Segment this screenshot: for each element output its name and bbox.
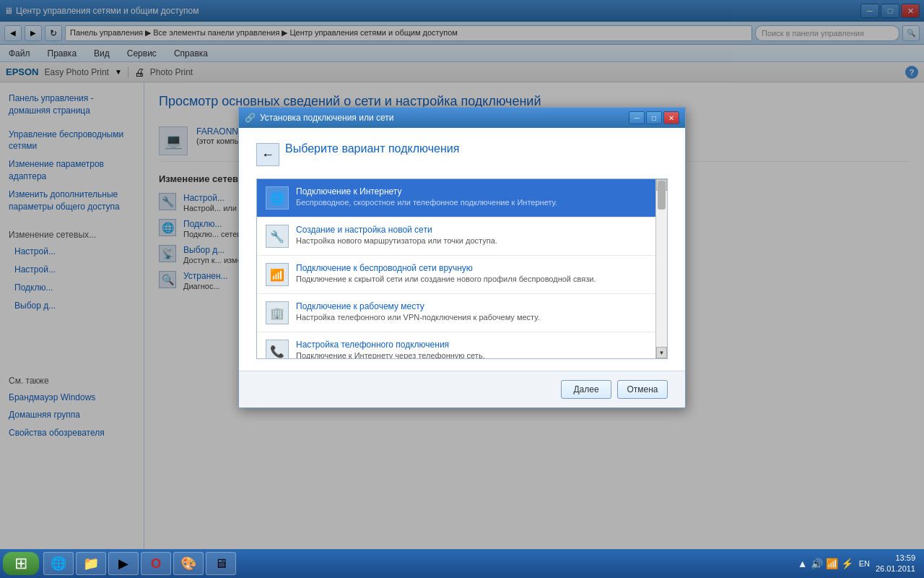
taskbar-app-explorer[interactable]: 📁 <box>76 552 106 575</box>
conn-title-workplace: Подключение к рабочему месту <box>296 301 540 311</box>
conn-title-dialup: Настройка телефонного подключения <box>296 340 485 350</box>
taskbar-app-media[interactable]: ▶ <box>108 552 139 575</box>
next-button[interactable]: Далее <box>561 380 611 399</box>
taskbar-app-ie[interactable]: 🌐 <box>43 552 74 575</box>
scrollbar-thumb[interactable] <box>658 181 666 210</box>
monitor-icon: 🖥 <box>214 556 227 571</box>
conn-info-new-network: Создание и настройка новой сети Настройк… <box>296 225 497 245</box>
media-icon: ▶ <box>118 556 128 571</box>
clock-time: 13:59 <box>876 553 915 564</box>
taskbar: ⊞ 🌐 📁 ▶ O 🎨 🖥 ▲ 🔊 📶 ⚡ EN 13:59 <box>0 549 924 578</box>
conn-icon-wireless-manual: 📶 <box>266 263 289 286</box>
taskbar-app-opera[interactable]: O <box>141 552 171 575</box>
clock-date: 26.01.2011 <box>876 564 915 574</box>
dialog-header-icon: ← <box>256 143 279 166</box>
conn-icon-workplace: 🏢 <box>266 301 289 324</box>
cancel-button[interactable]: Отмена <box>617 380 668 399</box>
dialog-titlebar: 🔗 Установка подключения или сети ─ □ ✕ <box>239 108 685 128</box>
start-icon: ⊞ <box>14 554 27 573</box>
start-button[interactable]: ⊞ <box>3 552 39 575</box>
conn-desc-wireless-manual: Подключение к скрытой сети или создание … <box>296 275 596 283</box>
scrollbar-down[interactable]: ▼ <box>656 347 667 358</box>
dialog-subtitle: Выберите вариант подключения <box>285 142 459 155</box>
dialog-title-text: Установка подключения или сети <box>260 113 393 123</box>
conn-title-wireless-manual: Подключение к беспроводной сети вручную <box>296 263 596 273</box>
opera-icon: O <box>151 556 161 571</box>
conn-info-wireless-manual: Подключение к беспроводной сети вручную … <box>296 263 596 283</box>
conn-item-new-network[interactable]: 🔧 Создание и настройка новой сети Настро… <box>257 217 655 256</box>
conn-title-internet: Подключение к Интернету <box>296 186 557 197</box>
conn-icon-dialup: 📞 <box>266 340 289 359</box>
notification-arrow-icon[interactable]: ▲ <box>798 558 808 569</box>
conn-info-workplace: Подключение к рабочему месту Настройка т… <box>296 301 540 322</box>
conn-item-dialup[interactable]: 📞 Настройка телефонного подключения Подк… <box>257 332 655 359</box>
sys-icons: ▲ 🔊 📶 ⚡ <box>798 558 853 569</box>
conn-item-workplace[interactable]: 🏢 Подключение к рабочему месту Настройка… <box>257 294 655 332</box>
conn-item-wireless-manual[interactable]: 📶 Подключение к беспроводной сети вручну… <box>257 256 655 294</box>
volume-icon[interactable]: 🔊 <box>811 558 823 569</box>
scrollbar-track: ▲ ▼ <box>655 179 667 358</box>
dialog-maximize-button[interactable]: □ <box>646 111 662 124</box>
dialog-overlay: 🔗 Установка подключения или сети ─ □ ✕ ←… <box>0 0 924 578</box>
conn-info-dialup: Настройка телефонного подключения Подклю… <box>296 340 485 359</box>
conn-desc-new-network: Настройка нового маршрутизатора или точк… <box>296 236 497 245</box>
connection-list[interactable]: 🌐 Подключение к Интернету Беспроводное, … <box>256 178 668 359</box>
dialog-controls: ─ □ ✕ <box>629 111 679 124</box>
conn-item-internet[interactable]: 🌐 Подключение к Интернету Беспроводное, … <box>257 179 655 217</box>
dialog-body: ← Выберите вариант подключения 🌐 Подключ… <box>239 128 685 371</box>
taskbar-right: ▲ 🔊 📶 ⚡ EN 13:59 26.01.2011 <box>798 553 921 575</box>
lang-indicator[interactable]: EN <box>859 559 870 568</box>
power-icon[interactable]: ⚡ <box>841 558 853 569</box>
connection-dialog: 🔗 Установка подключения или сети ─ □ ✕ ←… <box>238 107 686 408</box>
taskbar-app-paint[interactable]: 🎨 <box>173 552 204 575</box>
dialog-footer: Далее Отмена <box>239 371 685 407</box>
conn-desc-dialup: Подключение к Интернету через телефонную… <box>296 351 485 359</box>
explorer-icon: 📁 <box>83 556 99 571</box>
conn-icon-new-network: 🔧 <box>266 225 289 248</box>
dialog-title-left: 🔗 Установка подключения или сети <box>245 113 393 123</box>
conn-info-internet: Подключение к Интернету Беспроводное, ск… <box>296 186 557 207</box>
ie-icon: 🌐 <box>51 556 66 571</box>
dialog-title-icon: 🔗 <box>245 113 256 123</box>
clock[interactable]: 13:59 26.01.2011 <box>876 553 915 575</box>
taskbar-app-monitor[interactable]: 🖥 <box>206 552 236 575</box>
conn-icon-internet: 🌐 <box>266 186 289 210</box>
taskbar-apps: 🌐 📁 ▶ O 🎨 🖥 <box>43 552 236 575</box>
conn-desc-internet: Беспроводное, скоростное или телефонное … <box>296 198 557 207</box>
conn-desc-workplace: Настройка телефонного или VPN-подключени… <box>296 313 540 322</box>
dialog-close-button[interactable]: ✕ <box>663 111 679 124</box>
dialog-minimize-button[interactable]: ─ <box>629 111 645 124</box>
network-tray-icon[interactable]: 📶 <box>826 558 838 569</box>
conn-title-new-network: Создание и настройка новой сети <box>296 225 497 235</box>
paint-icon: 🎨 <box>180 556 196 571</box>
